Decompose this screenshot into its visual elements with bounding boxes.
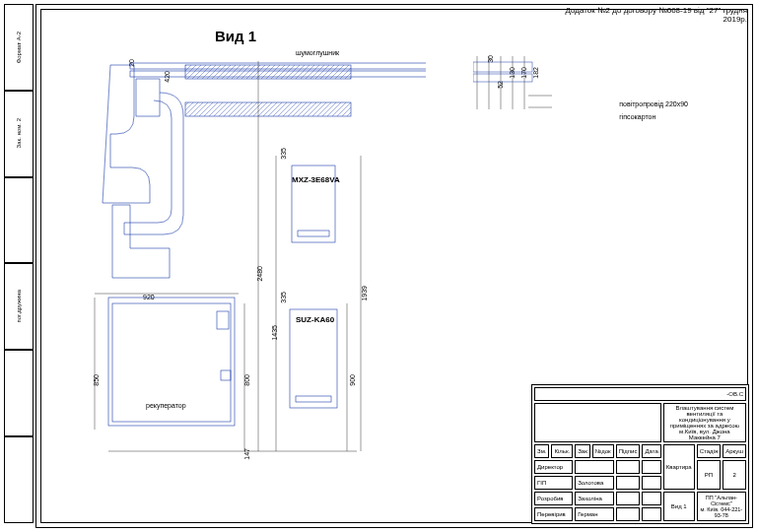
svg-rect-6 [217,311,229,329]
rail-4: пог.дружина [16,290,22,323]
tb-obj: Квартира [663,444,695,490]
tb-code: -ОВ.С [534,387,746,401]
header-line2: 2019р. [566,15,747,24]
svg-rect-5 [112,303,231,422]
tb-view: Вид 1 [663,492,695,521]
svg-rect-2 [185,65,351,79]
wall-section [473,54,552,113]
tb-company: ПП "Альпан-Сістемс" м. Київ. 044-221-93-… [697,492,746,521]
svg-rect-25 [473,62,532,72]
drawing-svg [91,57,426,461]
svg-rect-11 [296,396,331,402]
svg-rect-26 [473,74,532,82]
svg-rect-4 [108,298,235,426]
rail-1: Формат А-2 [16,32,22,63]
header-line1: Додаток №2 до договору №068-19 від "27" … [566,6,747,15]
svg-rect-3 [185,102,351,116]
svg-rect-10 [290,309,337,408]
svg-rect-8 [292,166,335,242]
right-notes: повітропровід 220х90 гіпсокартон [619,99,688,120]
left-rail: Формат А-2 Зак. ном. 2 пог.дружина [4,4,34,528]
svg-rect-9 [298,231,329,236]
title-block: -ОВ.С Влаштування систем вентиляції та к… [531,384,749,524]
silencer-label: шумоглушник [296,49,339,56]
plasterboard-label: гіпсокартон [619,113,688,120]
tb-desc: Влаштування систем вентиляції та кондиці… [663,403,746,442]
duct-label: повітропровід 220х90 [619,100,688,107]
rail-2: Зак. ном. 2 [16,118,22,148]
view-title: Вид 1 [215,28,256,44]
header-note: Додаток №2 до договору №068-19 від "27" … [566,6,747,24]
svg-rect-7 [221,370,231,380]
